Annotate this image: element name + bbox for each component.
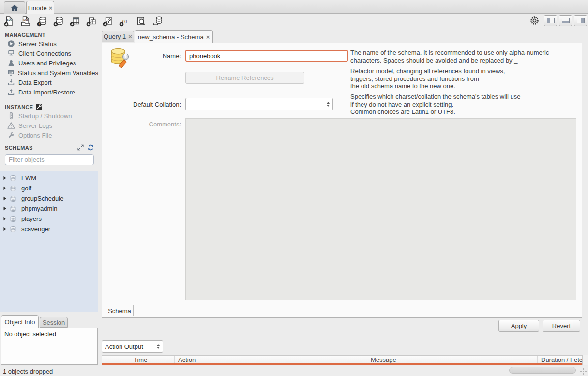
collation-help-text: Specifies which charset/collation the sc… [350,93,582,116]
schema-icon [10,175,16,182]
output-selector[interactable]: Action Output [102,340,163,353]
schema-icon [10,216,16,222]
schema-item-label: groupSchedule [19,195,63,202]
schema-name-value: phonebook [189,52,220,60]
schema-item-golf[interactable]: golf [0,183,98,193]
column-action[interactable]: Action [175,356,367,363]
stepper-icon[interactable] [157,344,160,349]
column-duration-fetch[interactable]: Duration / Fetch [538,356,582,363]
create-schema-icon[interactable] [52,15,65,28]
sidebar-item-status-system-variables[interactable]: Status and System Variables [0,68,98,78]
close-icon[interactable]: × [128,33,132,40]
search-objects-icon[interactable] [134,15,147,28]
column-blank[interactable] [102,356,109,363]
schema-name-input[interactable]: phonebook [185,50,348,62]
schema-editor-panel: Name: phonebook The name of the schema. … [102,43,582,318]
sidebar-item-options-file[interactable]: Options File [0,130,98,140]
schema-item-players[interactable]: players [0,214,98,224]
create-view-icon[interactable] [85,15,98,28]
tab-new-schema[interactable]: new_schema - Schema × [135,30,213,43]
name-label: Name: [102,52,181,60]
new-sql-file-icon[interactable]: SQL [2,15,15,28]
sidebar-item-label: Client Connections [18,50,71,57]
refresh-schemas-icon[interactable] [87,144,94,151]
column-message[interactable]: Message [367,356,538,363]
tab-label: Object Info [5,318,35,326]
output-vertical-scrollbar[interactable] [582,355,588,365]
sidebar-item-server-logs[interactable]: Server Logs [0,121,98,130]
close-icon[interactable]: × [49,4,53,12]
schemas-title: SCHEMAS [5,145,77,151]
schema-item-phpmyadmin[interactable]: phpmyadmin [0,204,98,214]
window-resize-grip[interactable] [580,368,587,375]
schema-item-label: golf [19,185,31,192]
sidebar-item-data-export[interactable]: Data Export [0,78,98,87]
column-label: Duration / Fetch [541,356,582,363]
comments-label: Comments: [102,121,181,128]
action-output-header: Time Action Message Duration / Fetch [102,355,582,363]
home-icon [10,4,19,12]
expander-icon[interactable] [3,217,7,221]
right-panel-glyph [577,18,585,23]
expander-icon[interactable] [3,227,7,231]
sidebar-item-users-and-privileges[interactable]: Users and Privileges [0,58,98,68]
connection-tab-linode[interactable]: Linode × [26,1,54,14]
reconnect-database-icon[interactable] [151,15,164,28]
navigator-sidebar: MANAGEMENT Server Status Client Connecti… [0,29,98,313]
server-status-icon [7,40,15,47]
schema-filter-box [5,154,94,165]
revert-button[interactable]: Revert [543,320,580,332]
schema-icon [10,205,16,212]
create-function-icon[interactable]: f() [118,15,131,28]
create-table-icon[interactable] [68,15,81,28]
sidebar-item-server-status[interactable]: Server Status [0,39,98,48]
sidebar-item-data-import[interactable]: Data Import/Restore [0,87,98,97]
schema-item-label: players [19,215,42,222]
expander-icon[interactable] [3,206,7,211]
schema-item-groupschedule[interactable]: groupSchedule [0,193,98,204]
close-icon[interactable]: × [206,33,210,41]
expand-schemas-icon[interactable] [77,144,84,151]
users-icon [7,59,15,67]
toggle-right-sidebar-icon[interactable] [574,15,587,26]
server-logs-icon [7,122,15,129]
home-tab[interactable] [4,1,25,14]
status-bar: 1 objects dropped [0,366,588,376]
sidebar-item-label: Data Export [18,79,52,86]
stepper-icon[interactable] [327,102,330,107]
expander-icon[interactable] [3,176,7,180]
collation-combo[interactable] [185,98,333,110]
expander-icon[interactable] [3,186,7,190]
toggle-bottom-panel-icon[interactable] [559,15,572,26]
schema-icon [10,195,16,202]
rename-help-text: Refactor model, changing all references … [350,67,582,90]
open-sql-file-icon[interactable]: SQL [19,15,32,28]
window-tab-bar: Linode × [0,0,588,14]
column-time[interactable]: Time [130,356,175,363]
inspect-database-icon[interactable]: i [35,15,48,28]
column-blank[interactable] [109,356,119,363]
sidebar-item-client-connections[interactable]: Client Connections [0,48,98,58]
schema-icon [10,185,16,192]
text-caret [221,52,221,59]
tab-label: Query 1 [104,33,126,40]
output-horizontal-scrollbar-thumb[interactable] [509,367,576,374]
schema-filter-input[interactable] [9,156,94,163]
expander-icon[interactable] [3,196,7,201]
create-procedure-icon[interactable] [101,15,114,28]
button-label: Revert [552,322,571,329]
toggle-left-sidebar-icon[interactable] [544,15,557,26]
apply-button[interactable]: Apply [498,320,539,332]
tab-object-info[interactable]: Object Info [1,315,39,328]
preferences-gear-icon[interactable] [528,15,540,26]
sidebar-item-startup-shutdown[interactable]: Startup / Shutdown [0,111,98,121]
tab-schema-bottom[interactable]: Schema [106,305,134,316]
tab-query-1[interactable]: Query 1 × [102,31,134,42]
column-blank[interactable] [119,356,130,363]
schema-item-label: scavenger [19,225,50,233]
schema-item-fwm[interactable]: FWM [0,173,98,183]
schema-item-scavenger[interactable]: scavenger [0,224,98,234]
rename-references-button: Rename References [185,72,304,84]
tab-session[interactable]: Session [40,317,68,328]
left-panel-glyph [547,18,555,23]
